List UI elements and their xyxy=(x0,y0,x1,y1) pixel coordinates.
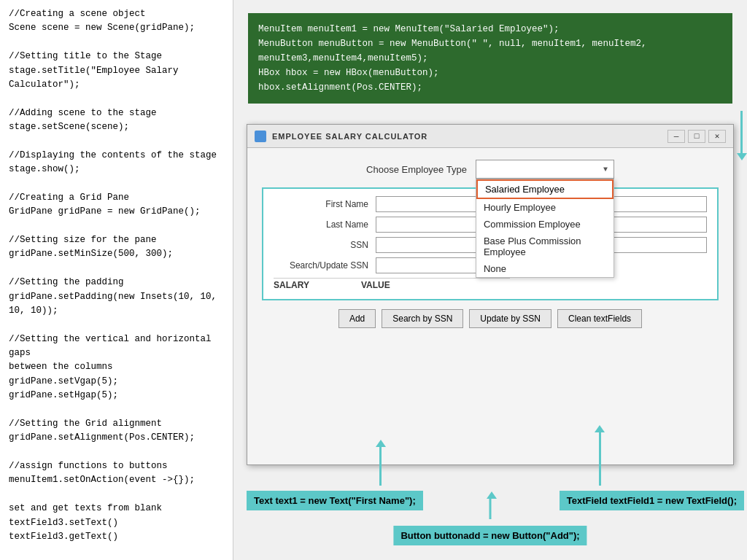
code-line xyxy=(9,134,224,148)
code-line: gridPane.setAlignment(Pos.CENTER); xyxy=(9,431,224,445)
employee-type-dropdown[interactable]: ▼ xyxy=(476,160,614,179)
app-content: Choose Employee Type ▼ Salaried Employee… xyxy=(247,148,733,337)
arrow-textfield-head xyxy=(595,425,605,432)
update-by-ssn-button[interactable]: Update by SSN xyxy=(469,309,551,328)
code-line xyxy=(9,446,224,459)
arrow-add-head xyxy=(487,491,497,499)
ssn-row: SSN xyxy=(274,237,510,253)
code-box-line: menuItem3,menuItem4,menuItem5); xyxy=(258,51,722,66)
code-line: //Setting the vertical and horizontal ga… xyxy=(9,332,224,361)
dropdown-item-none[interactable]: None xyxy=(476,260,614,277)
code-line: 10, 10)); xyxy=(9,304,224,318)
title-bar-controls: — □ ✕ xyxy=(667,130,726,143)
action-buttons-row: Add Search by SSN Update by SSN Clean te… xyxy=(262,309,719,328)
arrow-vertical-top xyxy=(740,111,743,155)
code-box-line: MenuButton menuButton = new MenuButton("… xyxy=(258,36,722,51)
code-box-line: hbox.setAlignment(Pos.CENTER); xyxy=(258,80,722,95)
code-line: stage.setScene(scene); xyxy=(9,120,224,134)
code-snippet-box: MenuItem menuItem1 = new MenuItem("Salar… xyxy=(248,13,732,104)
code-line: //Creating a scene object xyxy=(9,7,224,21)
code-line: between the columns xyxy=(9,360,224,374)
code-text: //Creating a scene objectScene scene = n… xyxy=(9,7,224,560)
form-left-col: First Name Last Name SSN Search/Upd xyxy=(274,196,510,292)
code-line: //Setting the Grid alignment xyxy=(9,417,224,431)
code-line: //Setting the padding xyxy=(9,276,224,289)
code-line: //Displaying the contents of the stage xyxy=(9,149,224,163)
arrow-textfield-vertical xyxy=(599,431,601,486)
code-box-line: MenuItem menuItem1 = new MenuItem("Salar… xyxy=(258,22,722,36)
last-name-row: Last Name xyxy=(274,217,510,233)
annotation-text1: Text text1 = new Text("First Name"); xyxy=(247,491,423,510)
code-line xyxy=(9,544,224,558)
arrow-add-vertical xyxy=(489,497,492,519)
code-line: Scene scene = new Scene(gridPane); xyxy=(9,21,224,35)
dropdown-item-hourly[interactable]: Hourly Employee xyxy=(476,199,614,216)
code-line xyxy=(9,36,224,50)
app-window: EMPLOYEE SALARY CALCULATOR — □ ✕ Choose … xyxy=(247,124,734,465)
arrow-head-top xyxy=(737,153,747,160)
code-line: //Creating a Grid Pane xyxy=(9,191,224,205)
code-box-line: HBox hbox = new HBox(menuButton); xyxy=(258,66,722,80)
code-line xyxy=(9,219,224,233)
table-header-row: SALARY VALUE xyxy=(274,278,510,292)
title-bar: EMPLOYEE SALARY CALCULATOR — □ ✕ xyxy=(247,125,733,148)
dropdown-item-commission[interactable]: Commission Employee xyxy=(476,216,614,233)
annotation-button-label: Button buttonadd = new Button("Add"); xyxy=(400,530,579,541)
code-line: menuItem1.setOnAction(event ->{}); xyxy=(9,473,224,487)
arrow-firstname-head xyxy=(376,440,386,447)
code-line: stage.show(); xyxy=(9,163,224,176)
code-line xyxy=(9,488,224,502)
code-line xyxy=(9,92,224,106)
add-button[interactable]: Add xyxy=(338,309,376,328)
table-value-header: VALUE xyxy=(361,280,390,290)
employee-type-row: Choose Employee Type ▼ Salaried Employee… xyxy=(262,160,719,179)
minimize-button[interactable]: — xyxy=(667,130,685,143)
maximize-button[interactable]: □ xyxy=(688,130,705,143)
search-ssn-row: Search/Update SSN xyxy=(274,257,510,273)
dropdown-menu: Salaried Employee Hourly Employee Commis… xyxy=(476,179,614,278)
code-line: //Setting size for the pane xyxy=(9,233,224,247)
code-line: gridPane.setPadding(new Insets(10, 10, xyxy=(9,290,224,304)
annotation-textfield-label: TextField textField1 = new TextField(); xyxy=(567,495,737,506)
last-name-label: Last Name xyxy=(274,219,368,230)
code-line xyxy=(9,177,224,191)
code-line: GridPane gridPane = new GridPane(); xyxy=(9,205,224,219)
left-code-panel: //Creating a scene objectScene scene = n… xyxy=(0,0,233,560)
app-icon xyxy=(255,131,266,142)
dropdown-item-base-plus[interactable]: Base Plus Commission Employee xyxy=(476,233,614,260)
close-button[interactable]: ✕ xyxy=(708,130,726,143)
code-line xyxy=(9,403,224,417)
dropdown-item-salaried[interactable]: Salaried Employee xyxy=(476,179,614,199)
window-title: EMPLOYEE SALARY CALCULATOR xyxy=(272,132,662,141)
annotation-textfield: TextField textField1 = new TextField(); xyxy=(560,491,744,510)
arrow-firstnam-vertical xyxy=(379,446,382,486)
code-line: gridPane.setHgap(5); xyxy=(9,389,224,402)
annotation-text1-label: Text text1 = new Text("First Name"); xyxy=(254,495,416,506)
first-name-row: First Name xyxy=(274,196,510,212)
code-line xyxy=(9,262,224,276)
code-line: stage.setTitle("Employee Salary Calculat… xyxy=(9,64,224,93)
search-ssn-label: Search/Update SSN xyxy=(274,260,368,271)
code-line: gridPane.setVgap(5); xyxy=(9,375,224,389)
chevron-down-icon: ▼ xyxy=(603,166,608,174)
code-line: textField3.setText() xyxy=(9,516,224,530)
table-salary-header: SALARY xyxy=(274,280,361,290)
ssn-label: SSN xyxy=(274,240,368,250)
dropdown-wrapper: ▼ Salaried Employee Hourly Employee Comm… xyxy=(476,160,614,179)
code-line: //Adding scene to the stage xyxy=(9,106,224,120)
first-name-label: First Name xyxy=(274,199,368,209)
code-line: //assign functions to buttons xyxy=(9,459,224,473)
code-line: set and get texts from blank xyxy=(9,502,224,516)
employee-type-label: Choose Employee Type xyxy=(366,164,467,175)
code-line: gridPane.setMinSize(500, 300); xyxy=(9,247,224,261)
code-line: //Setting title to the Stage xyxy=(9,50,224,63)
clean-textfields-button[interactable]: Clean textFields xyxy=(557,309,642,328)
search-by-ssn-button[interactable]: Search by SSN xyxy=(382,309,463,328)
annotation-button: Button buttonadd = new Button("Add"); xyxy=(393,526,587,545)
code-line: textField3.getText() xyxy=(9,530,224,544)
right-panel: MenuItem menuItem1 = new MenuItem("Salar… xyxy=(233,0,747,560)
code-snippet-text: MenuItem menuItem1 = new MenuItem("Salar… xyxy=(258,22,722,95)
code-line xyxy=(9,318,224,332)
